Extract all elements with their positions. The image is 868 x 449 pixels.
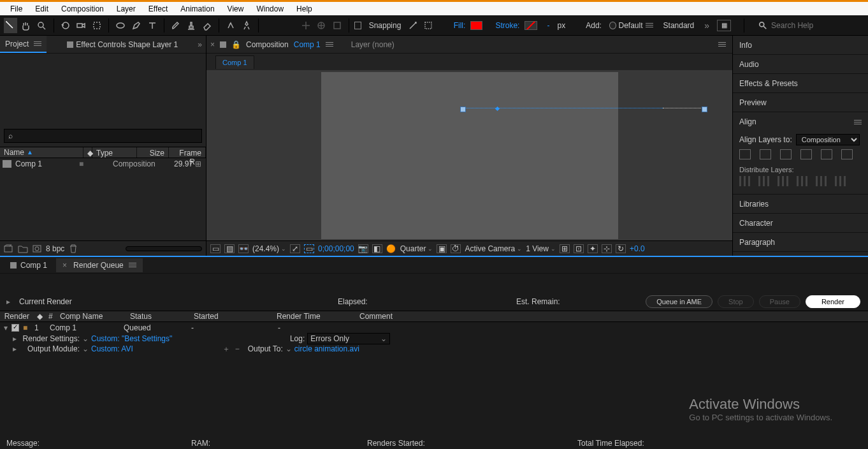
dist-left-icon[interactable] — [797, 176, 808, 186]
tool-text-icon[interactable] — [145, 18, 159, 33]
align-bottom-icon[interactable] — [841, 149, 853, 159]
px-aspect-icon[interactable]: ✦ — [588, 244, 598, 253]
snapping-checkbox[interactable] — [354, 22, 361, 29]
snap-opt2-icon[interactable] — [422, 18, 435, 33]
tool-pan-behind-icon[interactable] — [90, 18, 104, 33]
flowchart-icon[interactable]: ⊹ — [602, 244, 612, 253]
menu-edit[interactable]: Edit — [29, 2, 55, 15]
om-add-icon[interactable]: ＋ — [222, 344, 230, 355]
align-menu-icon[interactable] — [854, 119, 862, 126]
col-started[interactable]: Started — [190, 312, 273, 321]
workspace-default[interactable]: Default — [619, 21, 653, 30]
output-to-dropdown[interactable]: ⌄ — [286, 344, 292, 353]
om-remove-icon[interactable]: − — [235, 344, 240, 353]
fill-swatch[interactable] — [470, 21, 482, 30]
stroke-label[interactable]: Stroke: — [493, 21, 522, 30]
new-folder-icon[interactable] — [18, 244, 28, 253]
tool-zoom-icon[interactable] — [35, 18, 48, 33]
tool-local-axis-icon[interactable] — [300, 18, 313, 33]
fill-label[interactable]: Fill: — [451, 21, 468, 30]
help-search[interactable] — [755, 21, 864, 30]
dist-bottom-icon[interactable] — [778, 176, 789, 186]
col-size[interactable]: Size — [137, 147, 169, 158]
col-name[interactable]: Name ▲ — [0, 147, 83, 158]
trans-grid-icon[interactable]: ▤ — [224, 244, 235, 253]
comp-tab-close-icon[interactable]: × — [210, 40, 215, 49]
tool-hand-icon[interactable] — [20, 18, 33, 33]
stroke-swatch[interactable] — [524, 21, 537, 30]
align-hcenter-icon[interactable] — [760, 149, 771, 159]
col-comment[interactable]: Comment — [356, 312, 438, 321]
tab-project[interactable]: Project — [0, 36, 47, 53]
align-to-dropdown[interactable]: Composition — [796, 134, 860, 145]
menu-file[interactable]: File — [4, 2, 29, 15]
tool-stamp-icon[interactable] — [185, 18, 198, 33]
om-value[interactable]: Custom: AVI — [91, 344, 133, 353]
resolution-full-icon[interactable]: ⤢ — [290, 244, 300, 253]
menu-animation[interactable]: Animation — [174, 2, 221, 15]
workspace-overflow-icon[interactable]: » — [704, 20, 709, 31]
menu-composition[interactable]: Composition — [55, 2, 110, 15]
rs-toggle[interactable]: ▸ — [13, 334, 17, 343]
tool-view-axis-icon[interactable] — [331, 18, 344, 33]
comp-panel-menu-icon[interactable] — [718, 41, 726, 48]
rq-tab-close-icon[interactable]: × — [62, 261, 67, 270]
menu-layer[interactable]: Layer — [110, 2, 142, 15]
trash-icon[interactable] — [68, 244, 78, 253]
tool-pen-icon[interactable] — [130, 18, 143, 33]
comp-tab-menu-icon[interactable] — [326, 41, 333, 48]
new-comp-icon[interactable] — [32, 244, 42, 253]
bpc-button[interactable]: 8 bpc — [46, 244, 64, 253]
guides-icon[interactable]: ⊡ — [574, 244, 584, 253]
tool-eraser-icon[interactable] — [201, 18, 214, 33]
project-tabs-overflow-icon[interactable]: » — [198, 40, 202, 49]
interpret-footage-icon[interactable] — [4, 244, 14, 253]
exposure-value[interactable]: +0.0 — [630, 244, 645, 253]
comp-tab-name[interactable]: Comp 1 — [294, 40, 321, 49]
rs-value[interactable]: Custom: "Best Settings" — [91, 334, 172, 343]
panel-audio[interactable]: Audio — [733, 55, 868, 74]
panel-info[interactable]: Info — [733, 36, 868, 55]
tool-puppet-icon[interactable] — [240, 18, 254, 33]
snap-opt1-icon[interactable] — [406, 18, 419, 33]
project-search[interactable]: ⌕ — [4, 129, 202, 143]
dist-right-icon[interactable] — [835, 176, 846, 186]
om-dropdown[interactable]: ⌄ — [82, 344, 89, 353]
reset-exp-icon[interactable]: ↻ — [616, 244, 626, 253]
tool-home-icon[interactable] — [4, 18, 17, 33]
project-item-comp1[interactable]: Comp 1 ■ Composition 29.97 ⊞ — [0, 158, 206, 170]
menu-view[interactable]: View — [221, 2, 250, 15]
tab-timeline-comp1[interactable]: Comp 1 — [4, 258, 54, 272]
col-render[interactable]: Render — [0, 312, 33, 321]
magnification-dropdown[interactable]: (24.4%)⌄ — [252, 244, 286, 253]
panel-paragraph[interactable]: Paragraph — [733, 233, 868, 252]
dist-top-icon[interactable] — [739, 176, 751, 186]
selected-shape-path[interactable] — [463, 108, 663, 108]
rs-dropdown[interactable]: ⌄ — [82, 334, 89, 343]
col-type[interactable]: Type — [92, 147, 137, 158]
col-label[interactable]: ◆ — [83, 147, 92, 158]
om-toggle[interactable]: ▸ — [13, 344, 17, 353]
align-top-icon[interactable] — [800, 149, 812, 159]
panel-character[interactable]: Character — [733, 214, 868, 233]
col-comp-name[interactable]: Comp Name — [56, 312, 126, 321]
panel-align-title[interactable]: Align — [739, 117, 756, 126]
comp-viewer[interactable] — [206, 70, 732, 240]
timeline-icon[interactable]: ⏱ — [451, 244, 461, 253]
col-frame-rate[interactable]: Frame R... — [169, 147, 206, 158]
comp-canvas[interactable] — [321, 72, 618, 239]
rq-item-enable-checkbox[interactable] — [11, 324, 19, 332]
add-button[interactable] — [609, 22, 616, 29]
comp-lock-icon[interactable]: 🔒 — [231, 40, 241, 49]
rq-item-1[interactable]: ▾ ■ 1 Comp 1 Queued - - — [0, 322, 868, 334]
menu-effect[interactable]: Effect — [142, 2, 174, 15]
tab-effect-controls[interactable]: Effect Controls Shape Layer 1 — [62, 36, 183, 53]
col-label[interactable]: ◆ — [33, 312, 45, 321]
tool-roto-icon[interactable] — [224, 18, 238, 33]
comp-subtab[interactable]: Comp 1 — [215, 55, 254, 69]
current-render-toggle[interactable]: ▸ — [6, 297, 10, 306]
roi-icon[interactable]: ▭ — [304, 244, 314, 253]
tool-world-axis-icon[interactable] — [315, 18, 328, 33]
project-search-input[interactable] — [17, 131, 198, 140]
tab-render-queue[interactable]: × Render Queue — [56, 258, 143, 272]
